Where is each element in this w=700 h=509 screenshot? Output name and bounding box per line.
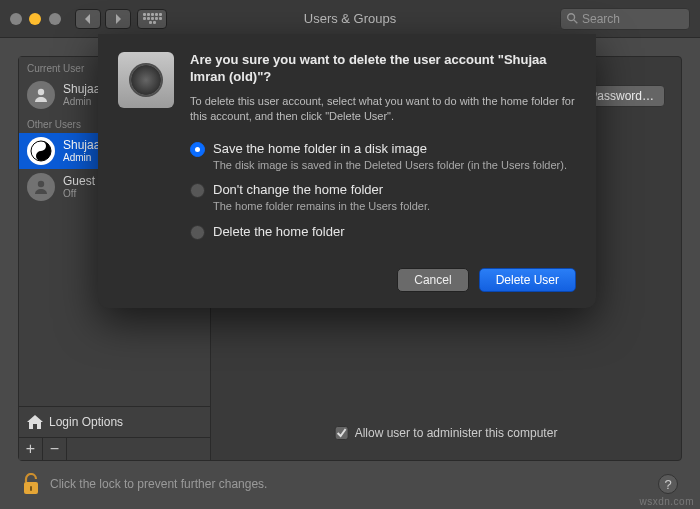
svg-rect-8: [30, 486, 32, 491]
dialog-text: Are you sure you want to delete the user…: [190, 52, 576, 125]
radio-icon: [190, 142, 205, 157]
checkbox-icon: [335, 426, 349, 440]
dialog-buttons: Cancel Delete User: [118, 268, 576, 292]
search-icon: [567, 13, 578, 24]
forward-button[interactable]: [105, 9, 131, 29]
svg-point-0: [568, 14, 575, 21]
add-remove-bar: + −: [19, 437, 210, 460]
lock-footer: Click the lock to prevent further change…: [22, 473, 678, 495]
svg-point-6: [38, 181, 44, 187]
nav-buttons: [75, 9, 131, 29]
svg-point-2: [38, 89, 44, 95]
avatar: [27, 81, 55, 109]
window-title: Users & Groups: [304, 11, 396, 26]
lock-icon[interactable]: [22, 473, 40, 495]
option-delete-folder[interactable]: Delete the home folder: [190, 224, 576, 240]
option-save-disk-image[interactable]: Save the home folder in a disk image The…: [190, 141, 576, 173]
help-button[interactable]: ?: [658, 474, 678, 494]
dialog-options: Save the home folder in a disk image The…: [190, 141, 576, 251]
svg-line-1: [574, 20, 577, 23]
delete-user-dialog: Are you sure you want to delete the user…: [98, 34, 596, 308]
option-label: Save the home folder in a disk image: [213, 141, 567, 156]
admin-checkbox-row[interactable]: Allow user to administer this computer: [335, 426, 558, 440]
close-window-button[interactable]: [10, 13, 22, 25]
search-placeholder: Search: [582, 12, 620, 26]
login-options-label: Login Options: [49, 415, 123, 429]
radio-icon: [190, 183, 205, 198]
avatar: [27, 137, 55, 165]
delete-user-button[interactable]: Delete User: [479, 268, 576, 292]
show-all-button[interactable]: [137, 9, 167, 29]
dialog-subtitle: To delete this user account, select what…: [190, 94, 576, 125]
option-label: Don't change the home folder: [213, 182, 430, 197]
option-dont-change[interactable]: Don't change the home folder The home fo…: [190, 182, 576, 214]
traffic-lights: [10, 13, 61, 25]
option-label: Delete the home folder: [213, 224, 345, 239]
svg-point-4: [40, 145, 43, 148]
add-user-button[interactable]: +: [19, 438, 43, 460]
radio-icon: [190, 225, 205, 240]
admin-checkbox-label: Allow user to administer this computer: [355, 426, 558, 440]
window-titlebar: Users & Groups Search: [0, 0, 700, 38]
lock-text: Click the lock to prevent further change…: [50, 477, 267, 491]
yinyang-icon: [30, 140, 52, 162]
system-preferences-icon: [118, 52, 174, 108]
dialog-title: Are you sure you want to delete the user…: [190, 52, 576, 86]
home-icon: [27, 415, 43, 429]
remove-user-button[interactable]: −: [43, 438, 67, 460]
cancel-button[interactable]: Cancel: [397, 268, 468, 292]
search-input[interactable]: Search: [560, 8, 690, 30]
option-description: The home folder remains in the Users fol…: [213, 199, 430, 214]
svg-point-5: [40, 155, 43, 158]
back-button[interactable]: [75, 9, 101, 29]
avatar: [27, 173, 55, 201]
login-options-button[interactable]: Login Options: [19, 406, 210, 437]
watermark: wsxdn.com: [639, 496, 694, 507]
fullscreen-window-button[interactable]: [49, 13, 61, 25]
minimize-window-button[interactable]: [29, 13, 41, 25]
option-description: The disk image is saved in the Deleted U…: [213, 158, 567, 173]
